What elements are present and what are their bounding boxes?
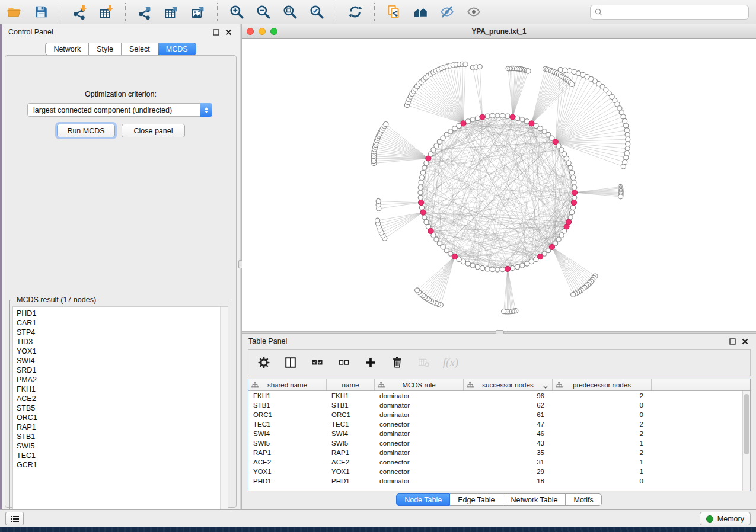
table-cell[interactable]: 47 xyxy=(464,419,553,429)
mcds-result-item[interactable]: CAR1 xyxy=(13,318,219,328)
table-cell[interactable]: 0 xyxy=(553,410,652,419)
settings-gear-button[interactable] xyxy=(257,355,271,370)
table-cell[interactable]: 43 xyxy=(464,438,553,448)
table-cell[interactable]: 18 xyxy=(464,476,553,486)
table-cell[interactable]: 0 xyxy=(553,476,652,486)
import-table-button[interactable] xyxy=(98,4,114,20)
table-row[interactable]: RAP1RAP1dominator352 xyxy=(248,448,742,457)
table-cell[interactable]: 61 xyxy=(464,410,553,419)
panels-menu-button[interactable] xyxy=(5,512,24,525)
table-cell[interactable]: 31 xyxy=(464,457,553,467)
zoom-in-button[interactable] xyxy=(228,4,245,20)
column-layout-button[interactable] xyxy=(283,355,298,370)
save-button[interactable] xyxy=(33,4,49,20)
scrollbar-thumb[interactable] xyxy=(744,394,749,454)
table-row[interactable]: YOX1YOX1connector291 xyxy=(248,467,742,476)
copy-network-button[interactable] xyxy=(385,4,402,20)
close-panel-icon[interactable] xyxy=(741,337,749,346)
table-cell[interactable]: ACE2 xyxy=(327,457,375,467)
table-cell[interactable]: FKH1 xyxy=(327,391,375,400)
mcds-result-list[interactable]: PHD1CAR1STP4TID3YOX1SWI4SRD1PMA2FKH1ACE2… xyxy=(12,306,228,509)
tab-node-table[interactable]: Node Table xyxy=(396,493,450,506)
table-cell[interactable]: dominator xyxy=(375,391,464,400)
optimization-criterion-dropdown[interactable]: largest connected component (undirected) xyxy=(27,103,212,117)
export-network-button[interactable] xyxy=(136,4,153,20)
table-cell[interactable]: TEC1 xyxy=(248,419,327,429)
mcds-result-item[interactable]: TID3 xyxy=(13,337,219,347)
table-cell[interactable]: RAP1 xyxy=(248,448,327,457)
table-cell[interactable]: PHD1 xyxy=(248,476,327,486)
mcds-result-item[interactable]: PHD1 xyxy=(13,309,219,318)
table-cell[interactable]: SWI5 xyxy=(327,438,375,448)
table-cell[interactable]: TEC1 xyxy=(327,419,375,429)
table-cell[interactable]: 1 xyxy=(553,457,652,467)
table-cell[interactable]: dominator xyxy=(375,429,464,438)
table-cell[interactable]: RAP1 xyxy=(327,448,375,457)
mcds-result-item[interactable]: TEC1 xyxy=(13,451,219,460)
table-cell[interactable]: SWI5 xyxy=(248,438,327,448)
table-row[interactable]: ACE2ACE2connector311 xyxy=(248,457,742,467)
delete-column-button[interactable] xyxy=(390,355,404,370)
mcds-result-item[interactable]: SWI5 xyxy=(13,441,219,451)
tab-network-table[interactable]: Network Table xyxy=(503,493,566,506)
column-header-successor-nodes[interactable]: successor nodes xyxy=(464,379,553,390)
table-cell[interactable]: 2 xyxy=(553,448,652,457)
table-cell[interactable]: YOX1 xyxy=(327,467,375,476)
close-panel-button[interactable]: Close panel xyxy=(122,124,185,137)
table-cell[interactable]: 46 xyxy=(464,429,553,438)
column-header-shared-name[interactable]: shared name xyxy=(248,379,327,390)
mcds-list-scrollbar[interactable] xyxy=(220,307,228,509)
table-cell[interactable]: SWI4 xyxy=(248,429,327,438)
mcds-result-item[interactable]: FKH1 xyxy=(13,384,219,394)
table-scrollbar[interactable] xyxy=(742,391,750,491)
float-panel-icon[interactable] xyxy=(728,337,737,346)
table-cell[interactable]: 1 xyxy=(553,467,652,476)
table-cell[interactable]: FKH1 xyxy=(248,391,327,400)
table-cell[interactable]: PHD1 xyxy=(327,476,375,486)
table-cell[interactable]: 96 xyxy=(464,391,553,400)
table-cell[interactable]: ORC1 xyxy=(327,410,375,419)
mcds-result-item[interactable]: ACE2 xyxy=(13,394,219,403)
run-mcds-button[interactable]: Run MCDS xyxy=(57,124,115,137)
tab-edge-table[interactable]: Edge Table xyxy=(450,493,503,506)
mcds-result-item[interactable]: STB1 xyxy=(13,432,219,441)
first-neighbors-button[interactable] xyxy=(412,4,429,20)
search-input[interactable] xyxy=(606,8,744,16)
table-cell[interactable]: dominator xyxy=(375,400,464,410)
column-header-name[interactable]: name xyxy=(327,379,375,390)
table-cell[interactable]: dominator xyxy=(375,448,464,457)
table-cell[interactable]: ORC1 xyxy=(248,410,327,419)
table-cell[interactable]: 29 xyxy=(464,467,553,476)
table-cell[interactable]: connector xyxy=(375,419,464,429)
tab-select[interactable]: Select xyxy=(122,43,158,55)
hide-selected-button[interactable] xyxy=(439,4,455,20)
table-cell[interactable]: STB1 xyxy=(327,400,375,410)
zoom-out-button[interactable] xyxy=(255,4,272,20)
tab-network[interactable]: Network xyxy=(45,43,89,55)
select-all-button[interactable] xyxy=(310,355,324,370)
table-cell[interactable]: STB1 xyxy=(248,400,327,410)
mcds-result-item[interactable]: ORC1 xyxy=(13,413,219,422)
tab-motifs[interactable]: Motifs xyxy=(566,493,601,506)
mcds-result-item[interactable]: SWI4 xyxy=(13,356,219,366)
table-row[interactable]: STB1STB1dominator620 xyxy=(248,400,742,410)
open-file-button[interactable] xyxy=(6,4,23,20)
table-row[interactable]: SWI4SWI4dominator462 xyxy=(248,429,742,438)
mcds-result-item[interactable]: RAP1 xyxy=(13,422,219,432)
table-cell[interactable]: YOX1 xyxy=(248,467,327,476)
float-panel-icon[interactable] xyxy=(212,28,221,37)
table-cell[interactable]: 2 xyxy=(553,429,652,438)
table-cell[interactable]: connector xyxy=(375,457,464,467)
show-all-button[interactable] xyxy=(465,4,482,20)
mcds-result-item[interactable]: STB5 xyxy=(13,403,219,413)
table-cell[interactable]: 2 xyxy=(553,391,652,400)
add-column-button[interactable] xyxy=(363,355,378,370)
column-header-predecessor-nodes[interactable]: predecessor nodes xyxy=(553,379,652,390)
import-network-button[interactable] xyxy=(71,4,88,20)
table-cell[interactable]: connector xyxy=(375,438,464,448)
table-cell[interactable]: 2 xyxy=(553,419,652,429)
tab-style[interactable]: Style xyxy=(89,43,122,55)
mcds-result-item[interactable]: GCR1 xyxy=(13,460,219,470)
table-row[interactable]: PHD1PHD1dominator180 xyxy=(248,476,742,486)
table-cell[interactable]: 62 xyxy=(464,400,553,410)
